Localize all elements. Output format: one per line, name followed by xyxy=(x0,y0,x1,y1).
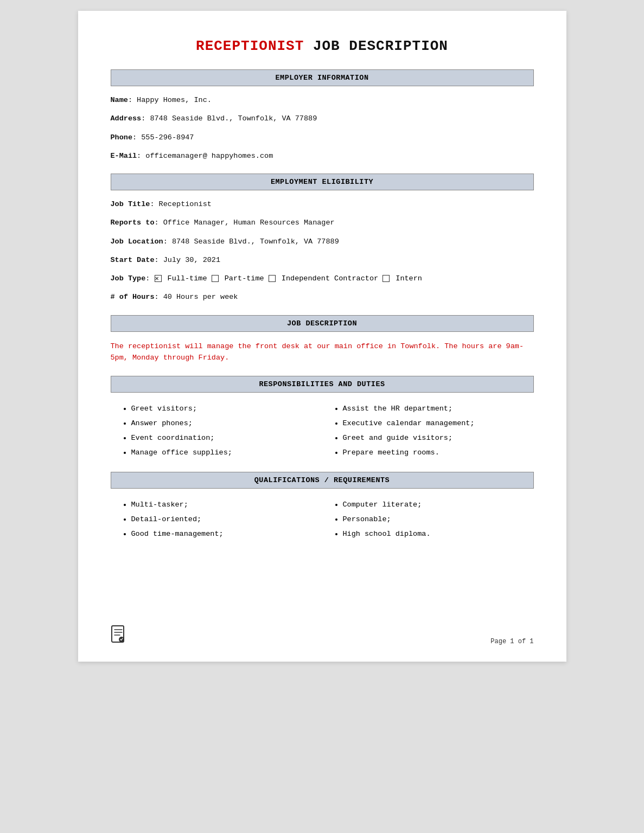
responsibilities-right-col: Assist the HR department; Executive cale… xyxy=(322,401,534,460)
reports-to-field: Reports to: Office Manager, Human Resour… xyxy=(111,217,534,228)
employment-eligibility-header: EMPLOYMENT ELIGIBILITY xyxy=(111,174,534,190)
employer-info-header: EMPLOYER INFORMATION xyxy=(111,69,534,86)
responsibilities-header: RESPONSIBILITIES AND DUTIES xyxy=(111,376,534,393)
contractor-checkbox[interactable] xyxy=(269,275,276,282)
hours-label: # of Hours xyxy=(111,293,155,301)
phone-value: : 555-296-8947 xyxy=(132,133,194,142)
list-item: Detail-oriented; xyxy=(131,512,322,527)
email-field: E-Mail: officemanager@ happyhomes.com xyxy=(111,151,534,162)
job-location-field: Job Location: 8748 Seaside Blvd., Townfo… xyxy=(111,236,534,247)
qualifications-lists: Multi-tasker; Detail-oriented; Good time… xyxy=(111,497,534,541)
reports-to-label: Reports to xyxy=(111,219,155,227)
list-item: Manage office supplies; xyxy=(131,445,322,460)
job-description-section: JOB DESCRIPTION The receptionist will ma… xyxy=(111,315,534,364)
contractor-label: Independent Contractor xyxy=(277,274,382,283)
intern-label: Intern xyxy=(391,274,422,283)
qualifications-right-col: Computer literate; Personable; High scho… xyxy=(322,497,534,541)
reports-to-value: : Office Manager, Human Resources Manage… xyxy=(155,219,335,227)
job-type-field: Job Type: Full-time Part-time Independen… xyxy=(111,273,534,284)
address-field: Address: 8748 Seaside Blvd., Townfolk, V… xyxy=(111,113,534,124)
name-value: : Happy Homes, Inc. xyxy=(128,96,212,104)
name-field: Name: Happy Homes, Inc. xyxy=(111,95,534,106)
job-type-label: Job Type xyxy=(111,274,146,283)
phone-label: Phone xyxy=(111,133,133,142)
list-item: High school diploma. xyxy=(343,527,534,541)
list-item: Personable; xyxy=(343,512,534,527)
document-icon xyxy=(111,625,126,648)
job-title-field: Job Title: Receptionist xyxy=(111,199,534,210)
responsibilities-lists: Greet visitors; Answer phones; Event coo… xyxy=(111,401,534,460)
job-title-value: : Receptionist xyxy=(150,200,211,208)
list-item: Greet and guide visitors; xyxy=(343,431,534,445)
list-item: Prepare meeting rooms. xyxy=(343,445,534,460)
start-date-value: : July 30, 2021 xyxy=(155,256,221,264)
list-item: Computer literate; xyxy=(343,497,534,512)
email-value: : officemanager@ happyhomes.com xyxy=(137,152,273,160)
document-title: RECEPTIONIST JOB DESCRIPTION xyxy=(111,38,534,54)
list-item: Answer phones; xyxy=(131,416,322,431)
qualifications-left-list: Multi-tasker; Detail-oriented; Good time… xyxy=(122,497,322,541)
qualifications-section: QUALIFICATIONS / REQUIREMENTS Multi-task… xyxy=(111,472,534,541)
responsibilities-left-col: Greet visitors; Answer phones; Event coo… xyxy=(111,401,322,460)
address-value: : 8748 Seaside Blvd., Townfolk, VA 77889 xyxy=(141,114,317,123)
parttime-checkbox[interactable] xyxy=(212,275,219,282)
job-location-label: Job Location xyxy=(111,238,163,246)
title-red-part: RECEPTIONIST xyxy=(196,38,304,54)
page-footer: Page 1 of 1 xyxy=(490,638,533,645)
qualifications-header: QUALIFICATIONS / REQUIREMENTS xyxy=(111,472,534,489)
list-item: Executive calendar management; xyxy=(343,416,534,431)
hours-field: # of Hours: 40 Hours per week xyxy=(111,292,534,303)
phone-field: Phone: 555-296-8947 xyxy=(111,132,534,143)
responsibilities-section: RESPONSIBILITIES AND DUTIES Greet visito… xyxy=(111,376,534,460)
title-black-part: JOB DESCRIPTION xyxy=(304,38,448,54)
list-item: Greet visitors; xyxy=(131,401,322,416)
parttime-label: Part-time xyxy=(220,274,269,283)
start-date-label: Start Date xyxy=(111,256,155,264)
address-label: Address xyxy=(111,114,142,123)
page-number: Page 1 of 1 xyxy=(490,638,533,645)
intern-checkbox[interactable] xyxy=(382,275,390,282)
qualifications-left-col: Multi-tasker; Detail-oriented; Good time… xyxy=(111,497,322,541)
hours-value: : 40 Hours per week xyxy=(155,293,238,301)
job-description-header: JOB DESCRIPTION xyxy=(111,315,534,332)
document-page: RECEPTIONIST JOB DESCRIPTION EMPLOYER IN… xyxy=(78,11,566,662)
qualifications-right-list: Computer literate; Personable; High scho… xyxy=(333,497,534,541)
start-date-field: Start Date: July 30, 2021 xyxy=(111,255,534,266)
list-item: Event coordination; xyxy=(131,431,322,445)
list-item: Multi-tasker; xyxy=(131,497,322,512)
list-item: Good time-management; xyxy=(131,527,322,541)
job-type-colon: : xyxy=(145,274,154,283)
fulltime-checkbox[interactable] xyxy=(155,275,162,282)
fulltime-label: Full-time xyxy=(163,274,212,283)
employment-eligibility-section: EMPLOYMENT ELIGIBILITY Job Title: Recept… xyxy=(111,174,534,303)
responsibilities-right-list: Assist the HR department; Executive cale… xyxy=(333,401,534,460)
responsibilities-left-list: Greet visitors; Answer phones; Event coo… xyxy=(122,401,322,460)
job-location-value: : 8748 Seaside Blvd., Townfolk, VA 77889 xyxy=(163,238,339,246)
name-label: Name xyxy=(111,96,128,104)
job-description-text: The receptionist will manage the front d… xyxy=(111,341,534,364)
job-title-label: Job Title xyxy=(111,200,150,208)
employer-info-section: EMPLOYER INFORMATION Name: Happy Homes, … xyxy=(111,69,534,162)
list-item: Assist the HR department; xyxy=(343,401,534,416)
email-label: E-Mail xyxy=(111,152,137,160)
